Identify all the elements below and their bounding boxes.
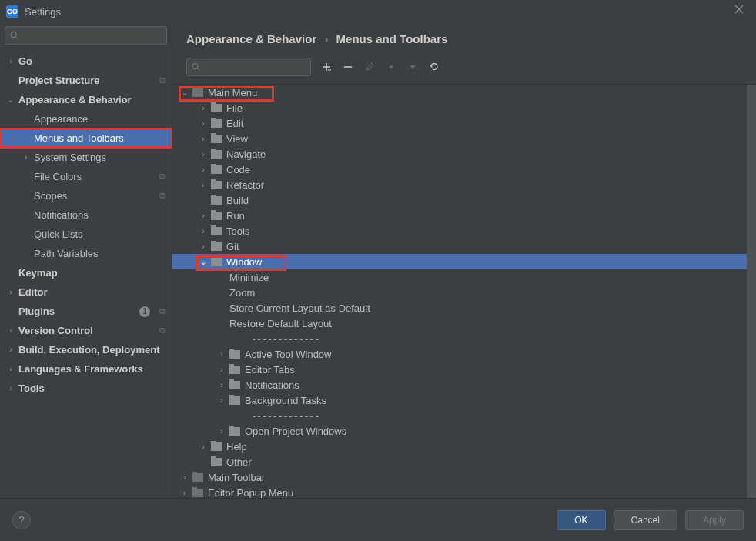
tree-item-label: File	[226, 102, 243, 114]
tree-search-input[interactable]	[203, 62, 306, 73]
chevron-icon: ›	[217, 366, 226, 374]
sidebar-item-notifications[interactable]: Notifications	[0, 205, 172, 225]
sidebar-item-label: Appearance & Behavior	[18, 94, 172, 105]
move-down-icon	[406, 61, 419, 73]
remove-icon[interactable]	[342, 61, 354, 73]
copy-icon: ⧉	[159, 191, 166, 201]
chevron-icon: ›	[6, 288, 15, 296]
tree-item-open-project-windows[interactable]: ›Open Project Windows	[172, 423, 756, 439]
breadcrumb-parent[interactable]: Appearance & Behavior	[186, 32, 316, 45]
sidebar-item-label: Keymap	[18, 267, 172, 279]
chevron-icon: ›	[6, 365, 15, 373]
tree-item-edit[interactable]: ›Edit	[172, 115, 756, 131]
sidebar-item-go[interactable]: ›Go	[0, 52, 172, 71]
tree-item-main-toolbar[interactable]: ›Main Toolbar	[172, 469, 756, 485]
tree-item-editor-tabs[interactable]: ›Editor Tabs	[172, 362, 756, 377]
tree-item-window[interactable]: ⌄Window	[172, 254, 756, 269]
sidebar-item-build-execution-deployment[interactable]: ›Build, Execution, Deployment	[0, 340, 172, 359]
main-panel: Appearance & Behavior › Menus and Toolba…	[172, 23, 756, 498]
tree-search[interactable]	[186, 58, 311, 76]
sidebar-item-label: Quick Lists	[34, 229, 172, 240]
apply-button[interactable]: Apply	[685, 510, 744, 530]
sidebar-item-scopes[interactable]: Scopes⧉	[0, 186, 172, 205]
sidebar-item-keymap[interactable]: Keymap	[0, 263, 172, 282]
tree-item-refactor[interactable]: ›Refactor	[172, 177, 756, 192]
sidebar-item-path-variables[interactable]: Path Variables	[0, 244, 172, 263]
tree-item-other[interactable]: Other	[172, 454, 756, 469]
sidebar-search-input[interactable]	[22, 30, 162, 41]
sidebar-item-appearance-behavior[interactable]: ⌄Appearance & Behavior	[0, 90, 172, 109]
tree-item-active-tool-window[interactable]: ›Active Tool Window	[172, 346, 756, 362]
folder-icon	[229, 366, 240, 374]
chevron-icon: ›	[199, 150, 208, 159]
folder-icon	[229, 427, 240, 436]
folder-icon	[211, 258, 222, 266]
tree-item-restore-default-layout[interactable]: Restore Default Layout	[172, 316, 756, 331]
tree-item-label: Store Current Layout as Default	[229, 302, 370, 314]
tree-item-label: Background Tasks	[245, 395, 326, 406]
search-icon	[10, 31, 18, 40]
folder-icon	[211, 165, 222, 174]
sidebar-search[interactable]	[5, 26, 167, 45]
chevron-icon: ›	[199, 242, 208, 251]
sidebar-item-plugins[interactable]: Plugins1⧉	[0, 302, 172, 321]
chevron-icon: ›	[6, 384, 15, 392]
tree-item-file[interactable]: ›File	[172, 100, 756, 115]
search-icon	[192, 62, 200, 72]
tree-item-git[interactable]: ›Git	[172, 239, 756, 254]
tree-item-tools[interactable]: ›Tools	[172, 223, 756, 239]
tree-item-background-tasks[interactable]: ›Background Tasks	[172, 392, 756, 408]
tree-item-label: Edit	[226, 118, 243, 129]
close-icon[interactable]	[734, 5, 747, 17]
sidebar-item-menus-and-toolbars[interactable]: Menus and Toolbars	[0, 129, 172, 148]
sidebar-item-version-control[interactable]: ›Version Control⧉	[0, 321, 172, 340]
reset-icon[interactable]	[428, 61, 440, 73]
tree-item-store-current-layout-as-default[interactable]: Store Current Layout as Default	[172, 300, 756, 316]
copy-icon: ⧉	[159, 326, 166, 336]
tree-item-notifications[interactable]: ›Notifications	[172, 377, 756, 392]
add-icon[interactable]	[320, 61, 333, 73]
sidebar-item-languages-frameworks[interactable]: ›Languages & Frameworks	[0, 359, 172, 379]
sidebar-item-file-colors[interactable]: File Colors⧉	[0, 167, 172, 186]
folder-icon	[229, 396, 240, 405]
chevron-icon: ›	[217, 396, 226, 405]
tree-item-zoom[interactable]: Zoom	[172, 285, 756, 300]
sidebar-item-project-structure[interactable]: Project Structure⧉	[0, 71, 172, 90]
sidebar-item-tools[interactable]: ›Tools	[0, 379, 172, 398]
sidebar-item-quick-lists[interactable]: Quick Lists	[0, 225, 172, 244]
chevron-icon: ›	[6, 57, 15, 65]
tree-item-run[interactable]: ›Run	[172, 208, 756, 223]
titlebar: GO Settings	[0, 0, 756, 23]
tree-item-main-menu[interactable]: ⌄Main Menu	[172, 85, 756, 100]
tree-item-label: Main Toolbar	[208, 472, 265, 483]
chevron-icon: ›	[199, 181, 208, 189]
footer: ? OK Cancel Apply	[0, 498, 756, 541]
copy-icon: ⧉	[159, 172, 166, 182]
tree-item-editor-popup-menu[interactable]: ›Editor Popup Menu	[172, 485, 756, 498]
folder-icon	[211, 135, 222, 143]
sidebar-item-appearance[interactable]: Appearance	[0, 109, 172, 129]
tree-item-help[interactable]: ›Help	[172, 439, 756, 454]
tree-item-navigate[interactable]: ›Navigate	[172, 146, 756, 162]
tree-item-code[interactable]: ›Code	[172, 162, 756, 177]
chevron-icon: ›	[180, 473, 189, 482]
folder-icon	[192, 88, 203, 97]
help-button[interactable]: ?	[12, 511, 31, 529]
chevron-icon: ›	[22, 153, 31, 162]
tree-item-label: Active Tool Window	[245, 349, 331, 360]
tree-item-label: Build	[226, 195, 249, 206]
ok-button[interactable]: OK	[557, 510, 605, 530]
sidebar-item-label: Appearance	[34, 113, 172, 125]
cancel-button[interactable]: Cancel	[614, 510, 677, 530]
chevron-icon: ›	[217, 381, 226, 389]
sidebar-item-editor[interactable]: ›Editor	[0, 282, 172, 302]
tree-item-build[interactable]: Build	[172, 192, 756, 208]
sidebar-item-label: Build, Execution, Deployment	[18, 344, 172, 356]
sidebar-item-label: Version Control	[18, 325, 172, 336]
chevron-icon: ›	[217, 350, 226, 359]
tree-item-minimize[interactable]: Minimize	[172, 269, 756, 285]
chevron-icon: ›	[199, 104, 208, 112]
scrollbar[interactable]	[747, 85, 756, 498]
tree-item-view[interactable]: ›View	[172, 131, 756, 146]
sidebar-item-system-settings[interactable]: ›System Settings	[0, 148, 172, 167]
